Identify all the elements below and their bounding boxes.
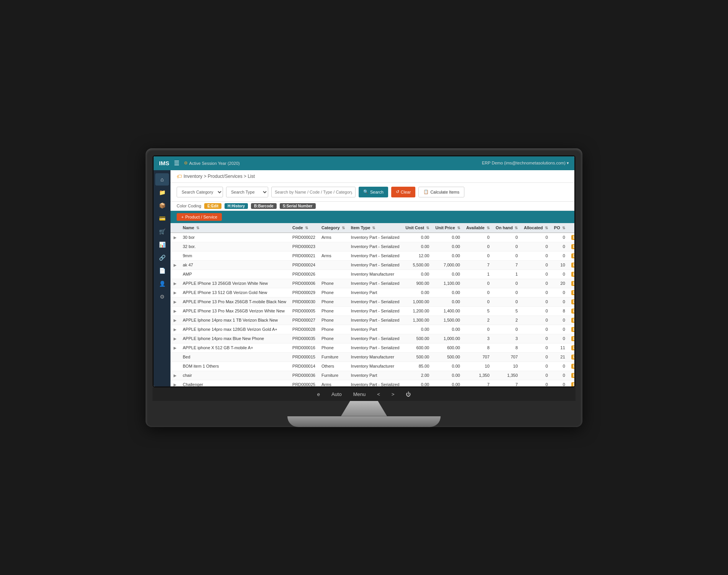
cell-actions: EHBS (568, 315, 574, 325)
cell-category: Furniture (318, 352, 348, 361)
row-expand-icon[interactable]: ▶ (174, 281, 177, 286)
action-e-button[interactable]: E (571, 318, 574, 323)
action-e-button[interactable]: E (571, 364, 574, 369)
sidebar-item-home[interactable]: ⌂ (155, 173, 169, 186)
control-next[interactable]: > (392, 391, 395, 397)
action-e-button[interactable]: E (571, 299, 574, 304)
search-button[interactable]: 🔍 Search (359, 187, 388, 197)
sidebar-item-payments[interactable]: 💳 (155, 212, 169, 225)
row-expand-icon[interactable]: ▶ (174, 318, 177, 322)
col-name[interactable]: Name ⇅ (180, 223, 289, 233)
search-type-select[interactable]: Search Type (226, 187, 268, 197)
action-bar: + Product / Service (171, 211, 574, 223)
action-e-button[interactable]: E (571, 253, 574, 258)
action-e-button[interactable]: E (571, 281, 574, 286)
action-e-button[interactable]: E (571, 355, 574, 360)
cell-name: APPLE IPhone 13 Pro Max 256GB T-mobile B… (180, 297, 289, 306)
action-e-button[interactable]: E (571, 309, 574, 314)
cell-available: 1 (463, 269, 493, 279)
action-e-button[interactable]: E (571, 244, 574, 249)
sidebar-item-orders[interactable]: 🛒 (155, 225, 169, 238)
col-item-type[interactable]: Item Type ⇅ (348, 223, 403, 233)
action-e-button[interactable]: E (571, 263, 574, 268)
cell-unit_cost: 0.00 (402, 233, 432, 242)
sidebar-item-reports[interactable]: 📊 (155, 238, 169, 251)
col-on-hand[interactable]: On hand ⇅ (493, 223, 521, 233)
cell-po: 0 (551, 334, 568, 343)
edit-badge[interactable]: E:Edit (204, 203, 221, 209)
monitor-controls: e Auto Menu < > ⏻ (152, 388, 576, 401)
action-e-button[interactable]: E (571, 373, 574, 378)
cell-unit_cost: 0.00 (402, 242, 432, 251)
row-expand-icon[interactable]: ▶ (174, 309, 177, 313)
product-table: Name ⇅ Code ⇅ Category ⇅ Item Type ⇅ Uni… (171, 223, 574, 386)
col-allocated[interactable]: Allocated ⇅ (521, 223, 551, 233)
cell-code: PRD000023 (289, 242, 318, 251)
action-e-button[interactable]: E (571, 382, 574, 386)
cell-item_type: Inventory Part (348, 371, 403, 380)
control-auto[interactable]: Auto (331, 391, 342, 397)
barcode-badge[interactable]: B:Barcode (251, 203, 277, 209)
cell-po: 0 (551, 297, 568, 306)
control-power[interactable]: ⏻ (406, 391, 411, 397)
cell-name: BOM item 1 Others (180, 361, 289, 371)
serial-badge[interactable]: S:Serial Number (280, 203, 316, 209)
row-expand-icon[interactable]: ▶ (174, 373, 177, 378)
sidebar-item-settings[interactable]: ⚙ (155, 291, 169, 303)
cell-item_type: Inventory Part - Serialized (348, 251, 403, 260)
cell-available: 0 (463, 279, 493, 288)
search-input[interactable] (271, 187, 356, 197)
row-expand-icon[interactable]: ▶ (174, 337, 177, 341)
cell-available: 7 (463, 260, 493, 269)
row-expand-icon[interactable]: ▶ (174, 383, 177, 386)
cell-actions: EHBS (568, 279, 574, 288)
add-product-button[interactable]: + Product / Service (177, 213, 222, 221)
control-prev[interactable]: < (377, 391, 380, 397)
action-e-button[interactable]: E (571, 290, 574, 295)
col-category[interactable]: Category ⇅ (318, 223, 348, 233)
sidebar-item-users[interactable]: 👤 (155, 278, 169, 290)
cell-code: PRD000036 (289, 371, 318, 380)
cell-name: APPLE IPhone 13 512 GB Verizon Gold New (180, 288, 289, 297)
search-category-select[interactable]: Search Category (177, 187, 223, 197)
row-expand-icon[interactable]: ▶ (174, 263, 177, 267)
row-expand-icon[interactable]: ▶ (174, 327, 177, 332)
col-unit-cost[interactable]: Unit Cost ⇅ (402, 223, 432, 233)
cell-code: PRD000030 (289, 297, 318, 306)
history-badge[interactable]: H:History (225, 203, 248, 209)
cell-on_hand: 1,350 (493, 371, 521, 380)
row-expand-icon[interactable]: ▶ (174, 291, 177, 295)
col-available[interactable]: Available ⇅ (463, 223, 493, 233)
action-e-button[interactable]: E (571, 272, 574, 277)
topbar: IMS ☰ ⚙ Active Session Year (2020) ERP D… (154, 156, 574, 170)
cell-name: APPLE Iphone 14pro max 128GB Verizon Gol… (180, 325, 289, 334)
row-expand-icon[interactable]: ▶ (174, 346, 177, 350)
cell-actions: EHB (568, 361, 574, 371)
action-e-button[interactable]: E (571, 235, 574, 240)
cell-actions: EHBS (568, 251, 574, 260)
sidebar-item-links[interactable]: 🔗 (155, 251, 169, 264)
action-e-button[interactable]: E (571, 345, 574, 350)
cell-unit_price: 0.00 (432, 371, 463, 380)
hamburger-icon[interactable]: ☰ (174, 159, 179, 167)
cell-on_hand: 0 (493, 233, 521, 242)
col-po[interactable]: PO ⇅ (551, 223, 568, 233)
control-menu[interactable]: Menu (353, 391, 366, 397)
clear-button[interactable]: ↺ Clear (391, 187, 415, 197)
control-e[interactable]: e (317, 391, 320, 397)
sidebar-item-inventory[interactable]: 📦 (155, 199, 169, 212)
action-e-button[interactable]: E (571, 327, 574, 332)
sidebar-item-documents[interactable]: 📄 (155, 264, 169, 277)
user-dropdown-icon[interactable]: ▾ (567, 161, 569, 165)
calculate-button[interactable]: 📋 Calculate Items (418, 187, 464, 197)
col-unit-price[interactable]: Unit Price ⇅ (432, 223, 463, 233)
cell-code: PRD000028 (289, 325, 318, 334)
color-coding-bar: Color Coding E:Edit H:History B:Barcode … (171, 202, 574, 211)
col-code[interactable]: Code ⇅ (289, 223, 318, 233)
cell-on_hand: 8 (493, 343, 521, 352)
cell-name: chair (180, 371, 289, 380)
action-e-button[interactable]: E (571, 336, 574, 341)
row-expand-icon[interactable]: ▶ (174, 300, 177, 304)
sidebar-item-files[interactable]: 📁 (155, 186, 169, 199)
row-expand-icon[interactable]: ▶ (174, 235, 177, 240)
